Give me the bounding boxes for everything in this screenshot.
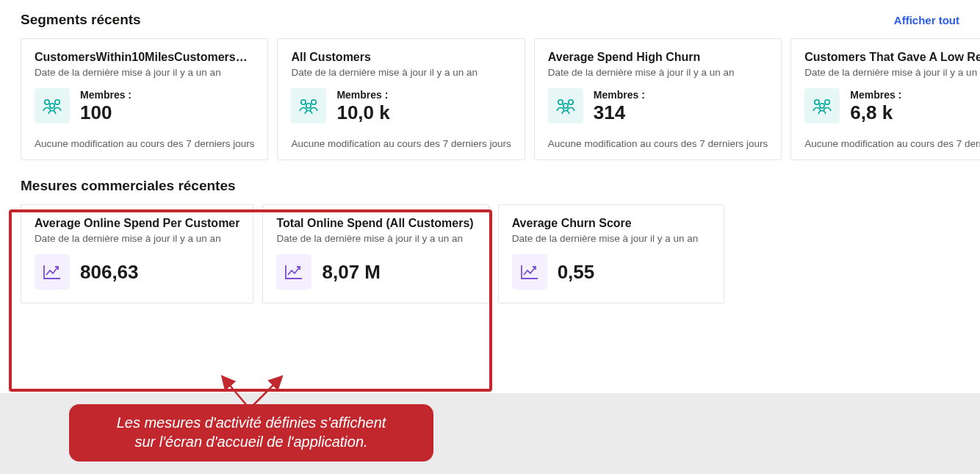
segment-metric: Membres : 314 xyxy=(548,88,768,123)
svg-point-8 xyxy=(563,104,568,108)
segment-card-date: Date de la dernière mise à jour il y a u… xyxy=(804,67,980,78)
measure-card-date: Date de la dernière mise à jour il y a u… xyxy=(512,233,710,244)
measure-card-title: Total Online Spend (All Customers) xyxy=(276,217,475,230)
measure-card-date: Date de la dernière mise à jour il y a u… xyxy=(35,233,239,244)
svg-point-4 xyxy=(311,100,316,104)
chart-icon xyxy=(512,254,547,290)
measure-metric-text: 0,55 xyxy=(558,262,595,283)
chart-icon xyxy=(35,254,70,290)
measure-value: 806,63 xyxy=(80,262,139,283)
segment-card-title: Average Spend High Churn xyxy=(548,51,768,64)
segment-card-date: Date de la dernière mise à jour il y a u… xyxy=(291,67,511,78)
segment-change-text: Aucune modification au cours des 7 derni… xyxy=(548,138,768,149)
measure-card[interactable]: Total Online Spend (All Customers) Date … xyxy=(262,204,489,304)
segment-card-title: All Customers xyxy=(291,51,511,64)
members-label: Membres : xyxy=(80,89,131,101)
segments-title: Segments récents xyxy=(21,12,141,28)
main-container: Segments récents Afficher tout Customers… xyxy=(0,0,980,304)
chart-icon xyxy=(276,254,311,290)
segment-metric-text: Membres : 10,0 k xyxy=(336,89,389,123)
measure-metric: 8,07 M xyxy=(276,254,475,290)
people-icon xyxy=(804,88,840,123)
segment-metric-text: Membres : 6,8 k xyxy=(850,89,901,123)
svg-point-2 xyxy=(50,104,54,108)
members-label: Membres : xyxy=(336,89,389,101)
segment-metric: Membres : 6,8 k xyxy=(804,88,980,123)
measure-metric: 0,55 xyxy=(512,254,710,290)
segments-row: CustomersWithin10MilesCustomers… Date de… xyxy=(21,38,959,160)
people-icon xyxy=(291,88,326,123)
segments-header: Segments récents Afficher tout xyxy=(21,12,959,28)
svg-point-9 xyxy=(815,100,819,104)
svg-point-6 xyxy=(558,100,563,104)
members-value: 100 xyxy=(80,102,131,123)
callout-line2: sur l'écran d'accueil de l'application. xyxy=(134,434,367,450)
callout-line1: Les mesures d'activité définies s'affich… xyxy=(117,414,386,431)
segment-change-text: Aucune modification au cours des 7 derni… xyxy=(291,138,511,149)
measure-card-title: Average Online Spend Per Customer xyxy=(35,217,239,230)
segment-card[interactable]: Average Spend High Churn Date de la dern… xyxy=(534,38,782,160)
svg-point-3 xyxy=(301,100,306,104)
people-icon xyxy=(548,88,583,123)
measure-metric-text: 8,07 M xyxy=(322,262,381,283)
segment-card-title: Customers That Gave A Low Review … xyxy=(804,51,980,64)
segment-metric-text: Membres : 100 xyxy=(80,89,131,123)
svg-point-5 xyxy=(306,104,311,108)
annotation-callout: Les mesures d'activité définies s'affich… xyxy=(69,404,433,462)
segment-card-date: Date de la dernière mise à jour il y a u… xyxy=(35,67,254,78)
measure-card-title: Average Churn Score xyxy=(512,217,710,230)
segment-metric: Membres : 100 xyxy=(35,88,254,123)
segment-metric: Membres : 10,0 k xyxy=(291,88,511,123)
segment-card-title: CustomersWithin10MilesCustomers… xyxy=(35,51,254,64)
people-icon xyxy=(35,88,70,123)
measure-card[interactable]: Average Churn Score Date de la dernière … xyxy=(498,204,724,304)
svg-point-10 xyxy=(825,100,829,104)
members-label: Membres : xyxy=(594,89,645,101)
empty-cell xyxy=(733,204,959,304)
view-all-link[interactable]: Afficher tout xyxy=(894,14,959,26)
measures-section: Mesures commerciales récentes Average On… xyxy=(21,178,959,304)
segment-card[interactable]: Customers That Gave A Low Review … Date … xyxy=(790,38,980,160)
members-label: Membres : xyxy=(850,89,901,101)
measures-title: Mesures commerciales récentes xyxy=(21,178,959,194)
measure-metric: 806,63 xyxy=(35,254,239,290)
segment-change-text: Aucune modification au cours des 7 derni… xyxy=(35,138,254,149)
segment-metric-text: Membres : 314 xyxy=(594,89,645,123)
measures-row: Average Online Spend Per Customer Date d… xyxy=(21,204,959,304)
measure-metric-text: 806,63 xyxy=(80,262,139,283)
measure-value: 8,07 M xyxy=(322,262,381,283)
segment-change-text: Aucune modification au cours des 7 derni… xyxy=(804,138,980,149)
measure-card-date: Date de la dernière mise à jour il y a u… xyxy=(276,233,475,244)
svg-point-11 xyxy=(820,104,824,108)
svg-point-1 xyxy=(55,100,60,104)
measure-card[interactable]: Average Online Spend Per Customer Date d… xyxy=(21,204,253,304)
segment-card-date: Date de la dernière mise à jour il y a u… xyxy=(548,67,768,78)
members-value: 314 xyxy=(594,102,645,123)
svg-point-0 xyxy=(45,100,49,104)
members-value: 6,8 k xyxy=(850,102,901,123)
segment-card[interactable]: All Customers Date de la dernière mise à… xyxy=(277,38,525,160)
segment-card[interactable]: CustomersWithin10MilesCustomers… Date de… xyxy=(21,38,268,160)
measure-value: 0,55 xyxy=(558,262,595,283)
svg-point-7 xyxy=(569,100,573,104)
members-value: 10,0 k xyxy=(336,102,389,123)
